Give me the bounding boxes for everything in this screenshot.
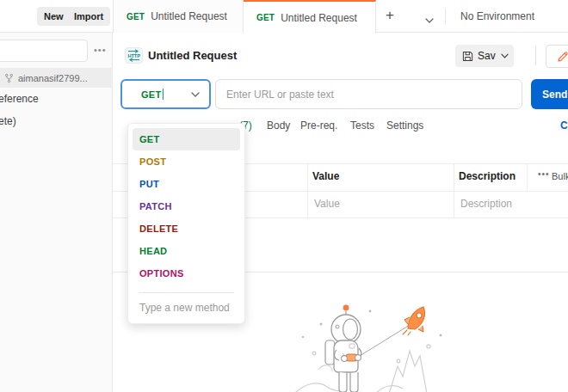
method-option-patch[interactable]: PATCH (133, 195, 240, 217)
sidebar: ••• aimanasif2799... eference ete) (0, 33, 113, 392)
tab-title: Untitled Request (281, 12, 357, 24)
http-request-icon: HTTP (125, 47, 143, 64)
tab-tests[interactable]: Tests (350, 119, 374, 132)
method-option-head[interactable]: HEAD (133, 240, 240, 262)
send-button[interactable]: Send (531, 79, 568, 109)
pencil-icon (557, 51, 568, 63)
column-header-value: Value (312, 170, 339, 182)
dropdown-divider (139, 292, 234, 293)
column-header-description: Description (459, 170, 516, 182)
method-option-put[interactable]: PUT (133, 173, 240, 195)
method-option-delete[interactable]: DELETE (133, 217, 240, 240)
request-title: Untitled Request (148, 49, 237, 62)
tab-body[interactable]: Body (267, 119, 290, 132)
add-tab-button[interactable]: + (384, 5, 396, 26)
postman-app-window: New Import GET Untitled Request GET Unti… (0, 0, 568, 392)
method-option-get[interactable]: GET (133, 128, 240, 150)
astronaut-illustration (293, 301, 448, 392)
tab-method-badge: GET (256, 13, 275, 22)
param-value-input[interactable] (312, 197, 416, 211)
text-cursor (163, 89, 164, 100)
svg-text:HTTP: HTTP (127, 53, 140, 58)
sidebar-item-workspace[interactable]: aimanasif2799... (0, 68, 113, 88)
sidebar-item-label: aimanasif2799... (18, 73, 88, 83)
new-method-input[interactable]: Type a new method (128, 297, 244, 318)
divider (535, 46, 536, 65)
method-dropdown-menu: GET POST PUT PATCH DELETE HEAD OPTIONS T… (127, 123, 245, 324)
method-selector-value: GET (141, 89, 162, 100)
sidebar-item-reference[interactable]: eference (0, 93, 39, 105)
save-options-chevron-icon[interactable] (496, 45, 514, 67)
request-tab-inactive[interactable]: GET Untitled Request (113, 0, 244, 33)
method-option-post[interactable]: POST (133, 150, 240, 173)
table-column-border (307, 163, 308, 217)
environment-selector[interactable]: No Environment (460, 0, 534, 33)
table-column-border (527, 163, 528, 191)
tab-pre-request[interactable]: Pre-req. (300, 119, 337, 132)
fork-icon (4, 73, 14, 83)
table-column-border (454, 163, 454, 217)
sidebar-search-input[interactable] (0, 40, 88, 62)
param-description-input[interactable] (459, 197, 562, 211)
top-tab-bar: New Import GET Untitled Request GET Unti… (0, 0, 568, 33)
tab-title: Untitled Request (151, 10, 227, 22)
tab-settings[interactable]: Settings (386, 119, 423, 132)
sidebar-item-truncated[interactable]: ete) (0, 115, 16, 127)
divider (445, 8, 446, 25)
sidebar-more-icon[interactable]: ••• (89, 44, 112, 56)
request-tab-active[interactable]: GET Untitled Request (244, 0, 376, 34)
import-button[interactable]: Import (67, 7, 110, 26)
cookies-link[interactable]: Cookies (560, 119, 568, 132)
chevron-down-icon (191, 92, 200, 97)
tab-options-chevron-icon[interactable] (423, 11, 435, 28)
method-option-options[interactable]: OPTIONS (133, 262, 240, 285)
edit-pencil-button[interactable] (546, 45, 568, 68)
floppy-save-icon (462, 51, 473, 62)
bulk-edit-link[interactable]: Bulk Edit (552, 171, 568, 181)
tab-method-badge: GET (127, 12, 145, 21)
url-input[interactable] (215, 79, 522, 109)
new-button[interactable]: New (37, 7, 71, 26)
method-selector[interactable]: GET (120, 79, 211, 109)
